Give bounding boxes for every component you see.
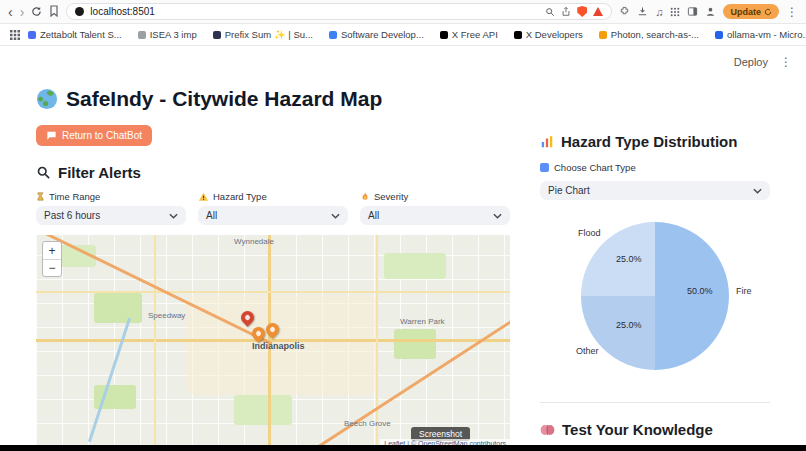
share-icon[interactable] (561, 6, 571, 17)
zoom-in-button[interactable]: + (43, 242, 61, 259)
warning-icon (198, 192, 209, 202)
favicon (599, 31, 607, 39)
map-park (394, 329, 436, 359)
chevron-down-icon (493, 213, 502, 219)
pie-label-other: Other (576, 346, 599, 356)
fire-icon (360, 191, 370, 202)
map-park (234, 395, 292, 425)
hourglass-icon (36, 191, 45, 202)
map-place-label: Warren Park (400, 317, 445, 326)
media-icon[interactable]: ♫ (655, 6, 663, 18)
brave-shield-icon[interactable] (577, 6, 587, 17)
pie-pct-fire: 50.0% (687, 286, 713, 296)
time-range-field: Time Range Past 6 hours (36, 191, 186, 225)
bookmark-item[interactable]: X Free API (440, 29, 498, 40)
map-place-label: Beech Grove (344, 419, 391, 428)
bookmark-item[interactable]: Software Develop... (329, 29, 424, 40)
section-divider (540, 402, 770, 403)
pie-label-flood: Flood (578, 228, 601, 238)
map-place-label: Wynnedale (234, 237, 274, 246)
bookmark-item[interactable]: Zettabolt Talent S... (28, 29, 122, 40)
chevron-down-icon (169, 213, 178, 219)
chevron-down-icon (331, 213, 340, 219)
streamlit-app: Deploy ⋮ SafeIndy - Citywide Hazard Map … (0, 47, 806, 445)
chart-type-select[interactable]: Pie Chart (540, 181, 770, 200)
downloads-icon[interactable] (637, 6, 648, 17)
left-column: SafeIndy - Citywide Hazard Map Return to… (36, 87, 510, 445)
url-text[interactable]: localhost:8501 (90, 6, 155, 17)
pie-pct-flood: 25.0% (616, 254, 642, 264)
bookmark-item[interactable]: Prefix Sum ✨ | Su... (213, 29, 313, 40)
pie-pct-other: 25.0% (616, 320, 642, 330)
map-park (94, 293, 142, 323)
warning-extension-icon[interactable] (593, 7, 603, 16)
favicon (213, 31, 221, 39)
browser-toolbar: ‹ › localhost:8501 ♫ Update ⋮ (0, 0, 806, 24)
bookmark-item[interactable]: ollama-vm - Micro... (715, 29, 806, 40)
map-zoom-control: + − (42, 241, 62, 277)
bookmark-icon[interactable] (49, 5, 59, 19)
bar-chart-icon (540, 135, 554, 149)
bottom-bar (0, 445, 806, 451)
return-to-chatbot-button[interactable]: Return to ChatBot (36, 125, 152, 146)
sidepanel-icon[interactable] (687, 6, 698, 17)
favicon (138, 31, 146, 39)
bookmark-item[interactable]: ISEA 3 imp (138, 29, 197, 40)
favicon (715, 31, 723, 39)
back-icon[interactable]: ‹ (8, 5, 13, 19)
browser-menu-icon[interactable]: ⋮ (786, 5, 798, 19)
chart-type-icon (540, 163, 549, 172)
map-road (36, 291, 510, 293)
pie-chart-area: Flood Fire Other 25.0% 50.0% 25.0% (540, 216, 770, 386)
address-bar[interactable]: localhost:8501 (66, 3, 612, 20)
pie-chart (581, 222, 729, 370)
map-road (376, 235, 378, 445)
brain-icon (540, 424, 555, 436)
bookmark-item[interactable]: Photon, search-as-... (599, 29, 699, 40)
quiz-section-heading: Test Your Knowledge (540, 421, 770, 438)
site-info-icon[interactable] (75, 7, 84, 16)
time-range-select[interactable]: Past 6 hours (36, 206, 186, 225)
search-icon (36, 165, 51, 180)
severity-select[interactable]: All (360, 206, 510, 225)
streamlit-menu-icon[interactable]: ⋮ (780, 55, 792, 69)
hazard-map[interactable]: Wynnedale Speedway Warren Park Indianapo… (36, 235, 510, 445)
severity-field: Severity All (360, 191, 510, 225)
map-place-label: Speedway (148, 311, 185, 320)
favicon (514, 31, 522, 39)
map-park (384, 253, 446, 279)
page-title: SafeIndy - Citywide Hazard Map (36, 87, 510, 111)
chevron-down-icon (753, 188, 762, 194)
extensions-puzzle-icon[interactable] (619, 6, 630, 17)
globe-icon (36, 88, 58, 110)
zoom-page-icon[interactable] (545, 7, 555, 17)
deploy-button[interactable]: Deploy (734, 56, 768, 68)
streamlit-header: Deploy ⋮ (734, 55, 792, 69)
favicon (440, 31, 448, 39)
favicon (28, 31, 36, 39)
hazard-type-select[interactable]: All (198, 206, 348, 225)
filter-alerts-heading: Filter Alerts (36, 164, 510, 181)
update-reload-icon (764, 8, 772, 16)
right-column: Hazard Type Distribution Choose Chart Ty… (540, 87, 770, 445)
forward-icon[interactable]: › (20, 5, 25, 19)
bookmarks-bar: Zettabolt Talent S... ISEA 3 imp Prefix … (0, 24, 806, 46)
map-place-label: Indianapolis (252, 341, 305, 351)
map-road (154, 235, 156, 445)
reload-icon[interactable] (31, 5, 42, 19)
zoom-out-button[interactable]: − (43, 259, 61, 276)
chat-icon (46, 130, 57, 141)
bookmark-apps-icon[interactable] (10, 30, 20, 40)
chart-section-heading: Hazard Type Distribution (540, 133, 770, 150)
pie-label-fire: Fire (736, 286, 752, 296)
hazard-type-field: Hazard Type All (198, 191, 348, 225)
bookmark-item[interactable]: X Developers (514, 29, 583, 40)
profile-icon[interactable] (705, 6, 716, 17)
apps-grid-icon[interactable] (670, 7, 680, 17)
chart-type-label-row: Choose Chart Type (540, 162, 770, 173)
filter-row: Time Range Past 6 hours Hazard Type All (36, 191, 510, 225)
favicon (329, 31, 337, 39)
update-button[interactable]: Update (723, 4, 779, 19)
